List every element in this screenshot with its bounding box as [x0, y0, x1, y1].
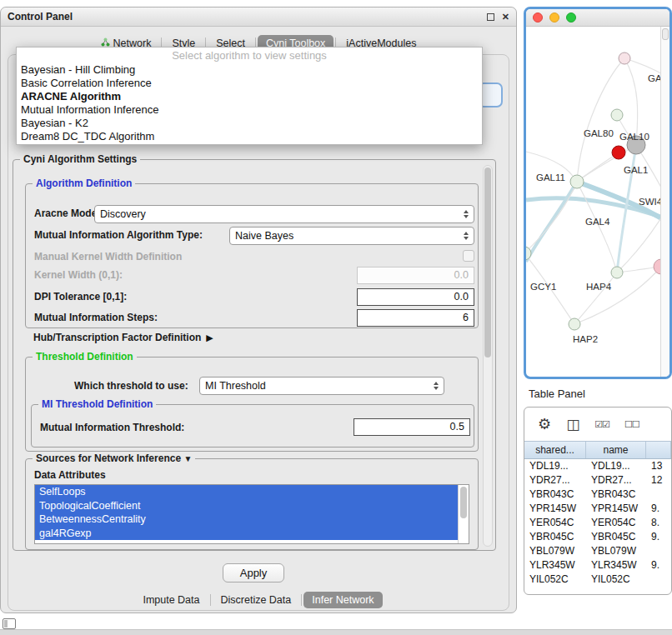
mi-threshold-title: MI Threshold Definition: [38, 398, 156, 410]
bottom-bar: [0, 629, 672, 635]
attributes-scrollbar-thumb[interactable]: [460, 487, 467, 518]
table-row[interactable]: YPR145WYPR145W9.: [524, 502, 671, 516]
table-row[interactable]: YIL052CYIL052C: [524, 572, 671, 587]
combo-arrows-icon: [464, 210, 469, 218]
network-scrollbar-thumb[interactable]: [662, 28, 669, 40]
sources-title[interactable]: Sources for Network Inference ▼: [33, 452, 195, 464]
table-row[interactable]: YBL079WYBL079W: [524, 544, 671, 558]
column-header[interactable]: [646, 442, 671, 458]
algorithm-dropdown: Select algorithm to view settingsBayesia…: [16, 47, 483, 145]
dropdown-item[interactable]: ARACNE Algorithm: [17, 90, 482, 103]
table-row[interactable]: YBR043CYBR043C: [524, 488, 671, 502]
table-row[interactable]: YLR345WYLR345W9.: [524, 558, 671, 572]
settings-scrollbar-thumb[interactable]: [484, 168, 491, 358]
minimize-traffic-light-icon[interactable]: [549, 12, 559, 22]
select-all-checkboxes-icon[interactable]: ☑☑: [594, 419, 609, 430]
dropdown-item[interactable]: Dream8 DC_TDC Algorithm: [17, 130, 482, 143]
table-cell: 9.: [646, 558, 671, 572]
kernel-width-field[interactable]: 0.0: [357, 267, 474, 284]
zoom-traffic-light-icon[interactable]: [566, 12, 576, 22]
close-icon[interactable]: ✕: [502, 12, 509, 22]
mi-threshold-label: Mutual Information Threshold:: [40, 422, 184, 433]
table-row[interactable]: YDR27...YDR27...12: [524, 473, 671, 488]
attribute-item[interactable]: SelfLoops: [35, 485, 458, 499]
aracne-mode-combobox[interactable]: Discovery: [94, 205, 474, 223]
which-threshold-combobox[interactable]: MI Threshold: [199, 377, 444, 395]
table-cell: [646, 572, 671, 587]
gear-icon[interactable]: ⚙: [538, 415, 551, 433]
dock-panel-icon[interactable]: [3, 618, 16, 629]
graph-node[interactable]: [619, 52, 630, 64]
manual-kernel-checkbox[interactable]: [463, 250, 474, 262]
mi-type-label: Mutual Information Algorithm Type:: [34, 229, 203, 241]
attribute-item[interactable]: TopologicalCoefficient: [35, 499, 458, 513]
bottom-tab-bar: Impute DataDiscretize DataInfer Network: [1, 590, 516, 610]
attribute-item[interactable]: BetweennessCentrality: [35, 512, 458, 527]
hub-definition-label: Hub/Transcription Factor Definition: [33, 332, 201, 343]
table-body: YDL19...YDL19...13YDR27...YDR27...12YBR0…: [524, 459, 671, 594]
attributes-scrollbar[interactable]: [458, 485, 469, 543]
node-label: GAL1: [624, 165, 648, 175]
node-label: GCY1: [530, 282, 556, 292]
table-header: shared...name: [524, 441, 671, 459]
graph-node[interactable]: [569, 318, 580, 330]
network-window-titlebar[interactable]: [526, 9, 669, 27]
table-row[interactable]: YDL19...YDL19...13: [524, 459, 671, 473]
dropdown-item[interactable]: Basic Correlation Inference: [17, 77, 482, 90]
table-cell: YBR045C: [586, 530, 646, 544]
dropdown-item[interactable]: Mutual Information Inference: [17, 103, 482, 117]
node-label: SWI4: [639, 197, 663, 207]
clear-checkboxes-icon[interactable]: ☐☐: [624, 419, 639, 430]
table-cell: 8.: [646, 516, 671, 530]
dropdown-item[interactable]: Bayesian - Hill Climbing: [17, 63, 482, 77]
dpi-tolerance-field[interactable]: 0.0: [357, 288, 474, 306]
graph-edge: [526, 182, 577, 262]
mi-steps-field[interactable]: 6: [357, 309, 474, 327]
which-threshold-label: Which threshold to use:: [74, 380, 188, 392]
hub-definition-expander[interactable]: Hub/Transcription Factor Definition ▶: [33, 332, 213, 343]
table-row[interactable]: YER054CYER054C8.: [524, 516, 671, 530]
attribute-item[interactable]: gal4RGexp: [35, 527, 458, 541]
control-panel-titlebar[interactable]: Control Panel ✕: [1, 8, 516, 27]
column-header[interactable]: name: [586, 442, 646, 458]
tab-label: Impute Data: [143, 594, 199, 606]
threshold-definition-title: Threshold Definition: [33, 351, 137, 362]
tab-discretize-data[interactable]: Discretize Data: [213, 592, 300, 608]
table-panel-title: Table Panel: [529, 388, 585, 400]
graph-node[interactable]: [526, 247, 531, 260]
dropdown-item[interactable]: Bayesian - K2: [17, 117, 482, 130]
graph-node[interactable]: [611, 267, 623, 278]
mi-type-value: Naive Bayes: [235, 230, 293, 242]
sources-group: Sources for Network Inference ▼ Data Att…: [25, 458, 479, 550]
table-cell: YDR27...: [524, 473, 586, 488]
tab-infer-network[interactable]: Infer Network: [303, 592, 382, 608]
graph-node[interactable]: [612, 146, 625, 159]
table-row[interactable]: YBR045CYBR045C9.: [524, 530, 671, 544]
mi-threshold-field[interactable]: 0.5: [354, 418, 470, 436]
node-label: GAL4: [585, 217, 610, 227]
graph-node[interactable]: [570, 175, 584, 188]
columns-icon[interactable]: ◫: [566, 416, 579, 433]
float-window-icon[interactable]: [487, 13, 494, 21]
table-cell: YBR043C: [524, 488, 586, 502]
network-graph[interactable]: GAL8GAL80GAL10GAL11GAL1SWI4GAL4GCY1HAP4Y…: [526, 27, 669, 377]
algorithm-definition-title: Algorithm Definition: [33, 178, 135, 189]
dpi-tolerance-label: DPI Tolerance [0,1]:: [34, 291, 127, 302]
node-label: GAL80: [584, 128, 614, 138]
table-cell: YDL19...: [586, 459, 646, 473]
graph-edge: [574, 272, 617, 324]
table-cell: YER054C: [524, 516, 586, 530]
tab-impute-data[interactable]: Impute Data: [134, 592, 208, 608]
table-cell: YBR043C: [586, 488, 646, 502]
table-cell: YBL079W: [586, 544, 646, 558]
tab-label: Infer Network: [312, 594, 374, 606]
combo-arrows-icon: [434, 382, 439, 390]
table-panel-window: ⚙ ◫ ☑☑ ☐☐ shared...name YDL19...YDL19...…: [524, 407, 672, 595]
settings-scrollbar[interactable]: [483, 165, 493, 547]
column-header[interactable]: shared...: [524, 442, 586, 458]
mi-type-combobox[interactable]: Naive Bayes: [229, 227, 474, 245]
close-traffic-light-icon[interactable]: [533, 12, 543, 22]
apply-button[interactable]: Apply: [223, 563, 284, 582]
network-scrollbar[interactable]: [660, 27, 669, 377]
graph-node[interactable]: [611, 109, 623, 121]
